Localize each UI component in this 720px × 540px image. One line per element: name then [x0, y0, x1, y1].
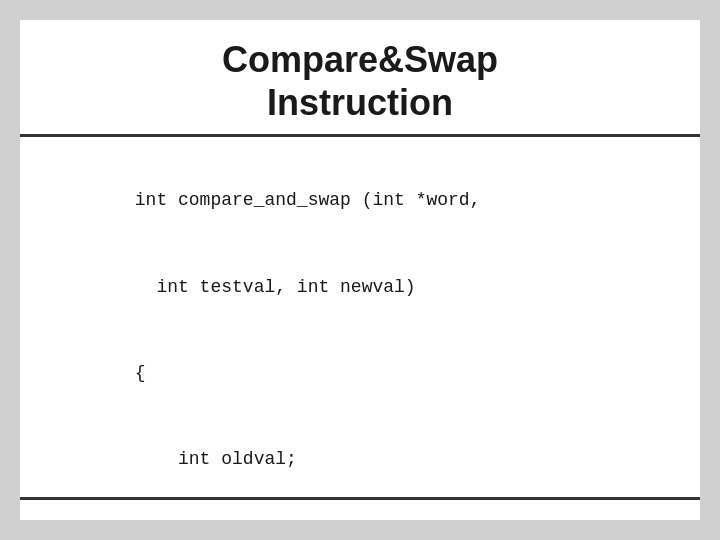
- content-area: int compare_and_swap (int *word, int tes…: [20, 137, 700, 520]
- slide-title: Compare&Swap Instruction: [60, 38, 660, 124]
- code-line2: int testval, int newval): [135, 277, 416, 297]
- code-block: int compare_and_swap (int *word, int tes…: [70, 157, 650, 520]
- code-line4: int oldval;: [135, 449, 297, 469]
- title-line1: Compare&Swap: [222, 39, 498, 80]
- slide: Compare&Swap Instruction int compare_and…: [20, 20, 700, 520]
- code-line1: int compare_and_swap (int *word,: [135, 190, 481, 210]
- title-line2: Instruction: [267, 82, 453, 123]
- header-area: Compare&Swap Instruction: [20, 20, 700, 137]
- code-line3: {: [135, 363, 146, 383]
- bottom-divider-line: [20, 497, 700, 500]
